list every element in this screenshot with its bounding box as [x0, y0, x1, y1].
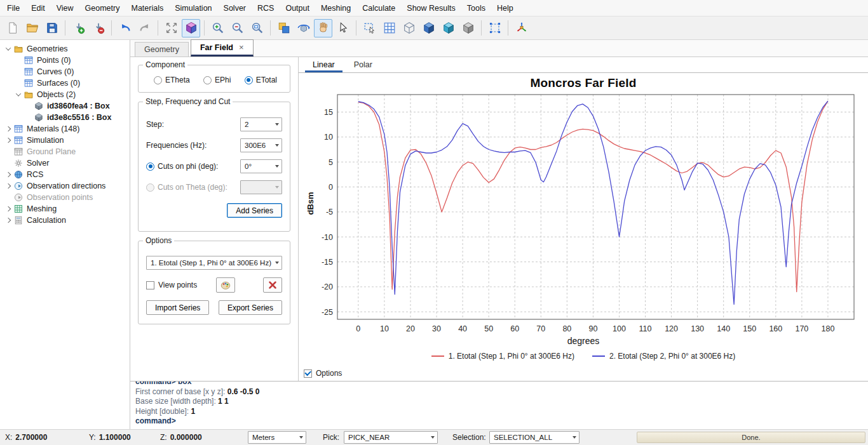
pan-button[interactable] — [314, 19, 332, 37]
delete-series-button[interactable] — [263, 277, 282, 293]
svg-text:80: 80 — [562, 324, 571, 333]
series-color-button[interactable] — [216, 277, 235, 293]
tree-item-objects-2[interactable]: Objects (2) — [0, 89, 130, 100]
import-series-button[interactable]: Import Series — [146, 300, 209, 315]
bounding-box-button[interactable] — [485, 19, 504, 37]
menu-tools[interactable]: Tools — [461, 1, 491, 15]
hidden-view-button[interactable] — [459, 19, 477, 37]
globe-icon — [14, 170, 24, 179]
chevron-down-icon — [275, 144, 279, 147]
menu-help[interactable]: Help — [491, 1, 519, 15]
menu-calculate[interactable]: Calculate — [356, 1, 401, 15]
shaded-view-button[interactable] — [419, 19, 438, 37]
menu-file[interactable]: File — [1, 1, 25, 15]
tree-item-id3e8c5516-box[interactable]: id3e8c5516 : Box — [0, 112, 130, 123]
add-series-button[interactable]: Add Series — [227, 203, 282, 218]
chevron-right-icon[interactable] — [6, 206, 11, 211]
console-prompt[interactable]: command> — [135, 416, 868, 427]
new-file-button[interactable] — [3, 19, 22, 37]
save-button[interactable] — [43, 19, 61, 37]
chevron-right-icon[interactable] — [6, 138, 11, 143]
smooth-view-button[interactable] — [439, 19, 458, 37]
undo-button[interactable] — [116, 19, 134, 37]
remove-point-button[interactable] — [89, 19, 107, 37]
tab-far-field[interactable]: Far Field × — [191, 39, 254, 56]
phi-cut-select[interactable]: 0° — [240, 159, 282, 173]
export-series-button[interactable]: Export Series — [219, 300, 282, 315]
step-select[interactable]: 2 — [240, 117, 282, 131]
tab-polar[interactable]: Polar — [346, 58, 380, 72]
selection-select[interactable]: SELECTION_ALL — [489, 431, 580, 444]
open-button[interactable] — [23, 19, 41, 37]
mesh-grid-button[interactable] — [380, 19, 398, 37]
plot-options-checkbox[interactable]: Options — [304, 369, 342, 378]
units-select[interactable]: Meters — [248, 431, 306, 444]
chevron-right-icon[interactable] — [6, 172, 11, 177]
tree-item-id3860fea4-box[interactable]: id3860fea4 : Box — [0, 100, 130, 112]
tree-item-surfaces-0[interactable]: Surfaces (0) — [0, 77, 130, 89]
tab-geometry[interactable]: Geometry — [135, 42, 189, 56]
menu-output[interactable]: Output — [280, 1, 315, 15]
zoom-window-button[interactable] — [248, 19, 266, 37]
pick-select[interactable]: PICK_NEAR — [344, 431, 438, 444]
wireframe-view-button[interactable] — [400, 19, 418, 37]
menu-solver[interactable]: Solver — [218, 1, 252, 15]
zoom-out-button[interactable] — [228, 19, 247, 37]
tree-item-points-0[interactable]: Points (0) — [0, 55, 130, 66]
tree-item-calculation[interactable]: Calculation — [0, 215, 130, 226]
radio-cuts-on-theta[interactable]: Cuts on Theta (deg): — [146, 183, 227, 192]
menu-meshing[interactable]: Meshing — [315, 1, 356, 15]
radio-etheta[interactable]: ETheta — [154, 76, 190, 84]
tree-item-meshing[interactable]: Meshing — [0, 203, 130, 215]
menu-rcs[interactable]: RCS — [252, 1, 280, 15]
menu-view[interactable]: View — [51, 1, 79, 15]
tree-item-materials-148[interactable]: Materials (148) — [0, 123, 130, 135]
tree-item-geometries[interactable]: Geometries — [0, 43, 130, 55]
menu-materials[interactable]: Materials — [125, 1, 169, 15]
chevron-right-icon[interactable] — [6, 218, 11, 223]
axes-button[interactable] — [512, 19, 531, 37]
series-select[interactable]: 1. Etotal (Step 1, Phi 0° at 300E6 Hz) — [146, 256, 282, 270]
svg-text:100: 100 — [613, 324, 626, 333]
layers-icon — [277, 21, 291, 35]
orbit-button[interactable] — [294, 19, 313, 37]
tab-close-icon[interactable]: × — [239, 43, 244, 51]
select-button[interactable] — [334, 19, 352, 37]
tree-item-observation-points[interactable]: Observation points — [0, 192, 130, 203]
toolbar-separator — [65, 20, 65, 36]
tab-linear[interactable]: Linear — [305, 58, 342, 72]
redo-button[interactable] — [135, 19, 154, 37]
tree-item-ground-plane[interactable]: Ground Plane — [0, 146, 130, 157]
layers-button[interactable] — [275, 19, 293, 37]
fit-view-button[interactable] — [162, 19, 180, 37]
tree-item-simulation[interactable]: Simulation — [0, 135, 130, 146]
chevron-down-icon[interactable] — [16, 91, 21, 96]
view-points-checkbox[interactable]: View points — [146, 281, 197, 289]
radio-etotal[interactable]: ETotal — [245, 76, 277, 84]
add-point-button[interactable] — [69, 19, 88, 37]
menu-simulation[interactable]: Simulation — [169, 1, 217, 15]
coordinate-z: Z:0.000000 — [160, 433, 202, 442]
document-tabbar: Geometry Far Field × — [130, 40, 868, 57]
command-console[interactable]: command> box First corner of base [x y z… — [130, 381, 868, 429]
radio-icon — [203, 76, 212, 84]
axes-icon — [515, 21, 529, 35]
radio-cuts-on-phi[interactable]: Cuts on phi (deg): — [146, 162, 218, 171]
tree-item-curves-0[interactable]: Curves (0) — [0, 66, 130, 77]
chevron-right-icon[interactable] — [6, 126, 11, 131]
tree-item-rcs[interactable]: RCS — [0, 169, 130, 180]
tree-item-observation-directions[interactable]: Observation directions — [0, 180, 130, 192]
chevron-down-icon[interactable] — [6, 45, 11, 50]
radio-ephi[interactable]: EPhi — [203, 76, 231, 84]
svg-text:10: 10 — [324, 133, 333, 142]
menu-show-results[interactable]: Show Results — [401, 1, 461, 15]
zoom-in-button[interactable] — [208, 19, 227, 37]
view-cube-button[interactable] — [182, 19, 200, 37]
frequency-select[interactable]: 300E6 — [240, 138, 282, 152]
svg-text:0: 0 — [329, 183, 333, 192]
menu-geometry[interactable]: Geometry — [79, 1, 126, 15]
menu-edit[interactable]: Edit — [25, 1, 51, 15]
select-area-button[interactable] — [360, 19, 379, 37]
chevron-right-icon[interactable] — [6, 183, 11, 189]
tree-item-solver[interactable]: Solver — [0, 157, 130, 169]
